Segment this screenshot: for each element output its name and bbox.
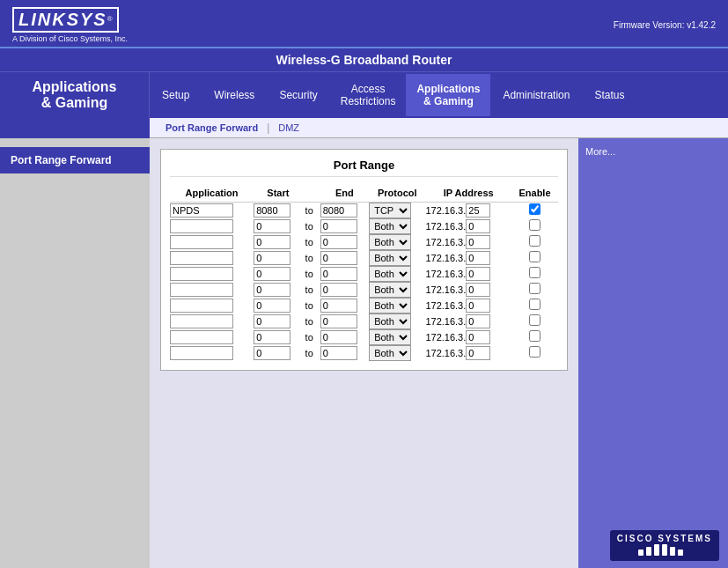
- end-input-9[interactable]: [320, 346, 357, 360]
- ip-last-input-1[interactable]: [466, 219, 490, 233]
- firmware-version: Firmware Version: v1.42.2: [614, 20, 716, 30]
- nav-item-setup[interactable]: Setup: [150, 80, 202, 110]
- ip-last-input-3[interactable]: [466, 251, 490, 265]
- port-range-title: Port Range: [170, 159, 558, 177]
- end-input-4[interactable]: [320, 267, 357, 281]
- protocol-select-3[interactable]: TCPUDPBoth: [369, 250, 411, 266]
- ip-prefix-4: 172.16.3.: [425, 269, 466, 279]
- enable-cell-7: [511, 314, 558, 329]
- end-input-2[interactable]: [320, 235, 357, 249]
- sidebar-item-port-range[interactable]: Port Range Forward: [0, 147, 150, 173]
- enable-cell-9: [511, 345, 558, 361]
- ip-prefix-0: 172.16.3.: [425, 205, 466, 216]
- app-input-4[interactable]: [170, 267, 233, 281]
- nav-item-access[interactable]: AccessRestrictions: [330, 74, 407, 116]
- end-input-8[interactable]: [320, 330, 357, 344]
- ip-last-input-8[interactable]: [466, 330, 490, 344]
- start-input-2[interactable]: [254, 235, 290, 249]
- nav-item-admin[interactable]: Administration: [490, 80, 582, 110]
- enable-checkbox-6[interactable]: [529, 299, 540, 310]
- to-label-1: to: [303, 218, 320, 234]
- protocol-select-5[interactable]: TCPUDPBoth: [369, 282, 411, 298]
- start-input-3[interactable]: [254, 251, 290, 265]
- protocol-select-6[interactable]: TCPUDPBoth: [369, 298, 411, 314]
- to-label-4: to: [303, 266, 320, 282]
- enable-cell-4: [511, 266, 558, 282]
- enable-checkbox-2[interactable]: [529, 235, 540, 247]
- to-label-7: to: [303, 314, 320, 329]
- enable-checkbox-1[interactable]: [529, 219, 540, 231]
- ip-last-input-4[interactable]: [466, 267, 490, 281]
- end-input-3[interactable]: [320, 251, 357, 265]
- start-input-1[interactable]: [254, 219, 290, 233]
- end-input-1[interactable]: [320, 219, 357, 233]
- ip-last-input-9[interactable]: [466, 346, 490, 360]
- app-input-8[interactable]: [170, 330, 233, 344]
- nav-item-apps-gaming[interactable]: Applications& Gaming: [406, 74, 490, 116]
- ip-last-input-2[interactable]: [466, 235, 490, 249]
- ip-prefix-5: 172.16.3.: [425, 284, 466, 295]
- col-end-label: End: [320, 184, 369, 203]
- svg-rect-2: [654, 544, 659, 556]
- ip-last-input-0[interactable]: [466, 203, 490, 218]
- protocol-select-2[interactable]: TCPUDPBoth: [369, 234, 411, 250]
- ip-cell-3: 172.16.3.: [425, 250, 511, 266]
- table-row: toTCPUDPBoth172.16.3.: [170, 298, 558, 314]
- subnav-divider: |: [263, 122, 273, 134]
- brand-name: LINKSYS: [18, 10, 107, 29]
- end-input-5[interactable]: [320, 283, 357, 297]
- app-input-0[interactable]: [170, 203, 233, 218]
- nav-item-security[interactable]: Security: [267, 80, 329, 110]
- ip-last-input-5[interactable]: [466, 283, 490, 297]
- enable-checkbox-0[interactable]: [529, 203, 540, 215]
- content-area: Port Range Application Start End Protoco…: [150, 138, 578, 568]
- subnav-dmz[interactable]: DMZ: [273, 121, 305, 135]
- svg-rect-3: [662, 544, 667, 556]
- protocol-select-0[interactable]: TCPUDPBoth: [369, 203, 411, 218]
- end-input-0[interactable]: [320, 203, 357, 218]
- ip-last-input-6[interactable]: [466, 299, 490, 313]
- end-input-7[interactable]: [320, 314, 357, 328]
- protocol-select-1[interactable]: TCPUDPBoth: [369, 218, 411, 234]
- protocol-select-8[interactable]: TCPUDPBoth: [369, 329, 411, 345]
- more-link[interactable]: More...: [585, 146, 615, 157]
- protocol-select-4[interactable]: TCPUDPBoth: [369, 266, 411, 282]
- enable-checkbox-5[interactable]: [529, 283, 540, 294]
- protocol-select-9[interactable]: TCPUDPBoth: [369, 345, 411, 361]
- port-range-container: Port Range Application Start End Protoco…: [160, 149, 568, 371]
- app-input-5[interactable]: [170, 283, 233, 297]
- ip-last-input-7[interactable]: [466, 314, 490, 328]
- start-input-0[interactable]: [254, 203, 290, 218]
- nav-item-status[interactable]: Status: [582, 80, 636, 110]
- enable-checkbox-4[interactable]: [529, 267, 540, 278]
- start-input-7[interactable]: [254, 314, 290, 328]
- app-input-7[interactable]: [170, 314, 233, 328]
- app-input-9[interactable]: [170, 346, 233, 360]
- start-input-5[interactable]: [254, 283, 290, 297]
- app-input-3[interactable]: [170, 251, 233, 265]
- right-panel: More... CISCO SYSTEMS: [578, 138, 728, 568]
- start-input-9[interactable]: [254, 346, 290, 360]
- enable-checkbox-3[interactable]: [529, 251, 540, 262]
- ip-prefix-7: 172.16.3.: [425, 316, 466, 327]
- nav-item-wireless[interactable]: Wireless: [202, 80, 267, 110]
- start-input-4[interactable]: [254, 267, 290, 281]
- enable-checkbox-7[interactable]: [529, 314, 540, 326]
- protocol-select-7[interactable]: TCPUDPBoth: [369, 314, 411, 329]
- cisco-logo: CISCO SYSTEMS: [610, 530, 719, 561]
- subnav-port-range[interactable]: Port Range Forward: [160, 121, 263, 135]
- app-input-2[interactable]: [170, 235, 233, 249]
- app-input-6[interactable]: [170, 299, 233, 313]
- start-input-6[interactable]: [254, 299, 290, 313]
- start-input-8[interactable]: [254, 330, 290, 344]
- enable-cell-6: [511, 298, 558, 314]
- product-title: Wireless-G Broadband Router: [276, 53, 452, 67]
- enable-checkbox-9[interactable]: [529, 346, 540, 358]
- end-input-6[interactable]: [320, 299, 357, 313]
- col-end: [303, 184, 320, 203]
- table-row: toTCPUDPBoth172.16.3.: [170, 266, 558, 282]
- enable-checkbox-8[interactable]: [529, 330, 540, 342]
- col-ip: IP Address: [425, 184, 511, 203]
- ip-cell-8: 172.16.3.: [425, 329, 511, 345]
- app-input-1[interactable]: [170, 219, 233, 233]
